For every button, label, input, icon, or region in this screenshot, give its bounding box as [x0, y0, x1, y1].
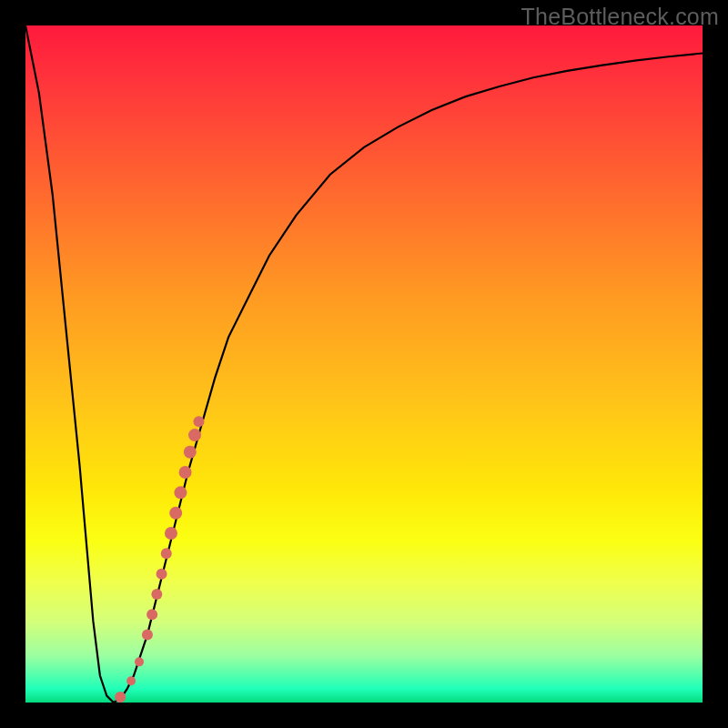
- curve-marker: [193, 416, 204, 427]
- curve-marker: [147, 609, 157, 620]
- curve-marker: [184, 446, 197, 459]
- curve-marker: [179, 466, 192, 479]
- curve-marker: [115, 692, 126, 703]
- curve-marker: [188, 429, 201, 441]
- curve-marker: [126, 676, 136, 685]
- plot-area: [25, 25, 703, 703]
- curve-marker: [165, 527, 177, 540]
- watermark-text: TheBottleneck.com: [521, 4, 719, 30]
- curve-marker: [157, 569, 167, 580]
- curve-svg: [25, 25, 703, 703]
- bottleneck-curve: [25, 25, 703, 703]
- curve-marker: [142, 630, 153, 641]
- outer-frame: TheBottleneck.com: [0, 0, 728, 728]
- curve-marker: [151, 589, 162, 600]
- curve-marker: [161, 548, 172, 559]
- curve-marker: [169, 507, 182, 520]
- curve-marker: [174, 486, 187, 499]
- curve-marker: [135, 657, 144, 666]
